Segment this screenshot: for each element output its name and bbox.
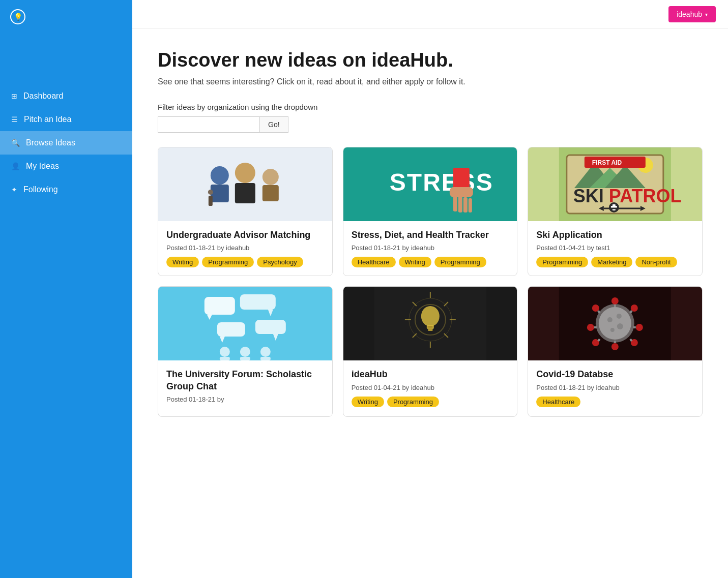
- card-title: ideaHub: [352, 369, 509, 380]
- svg-rect-5: [263, 185, 279, 201]
- svg-rect-60: [427, 329, 432, 331]
- card-covid-database[interactable]: Covid-19 Databse Posted 01-18-21 by idea…: [528, 286, 703, 417]
- svg-rect-10: [453, 168, 469, 190]
- card-ideahub[interactable]: ideaHub Posted 01-04-21 by ideahub Writi…: [343, 286, 518, 417]
- card-meta: Posted 01-18-21 by ideahub: [352, 244, 509, 252]
- my-ideas-icon: 👤: [11, 162, 20, 170]
- svg-rect-44: [240, 357, 250, 360]
- card-advisor-matching[interactable]: Undergraduate Advisor Matching Posted 01…: [158, 147, 333, 276]
- card-body: The University Forum: Scholastic Group C…: [158, 360, 332, 416]
- svg-rect-39: [255, 320, 286, 334]
- card-body: Stress, Diet, and Health Tracker Posted …: [343, 221, 517, 276]
- page-content: Discover new ideas on ideaHub. See one t…: [132, 29, 728, 578]
- sidebar-item-label: My Ideas: [26, 162, 59, 171]
- user-menu-button[interactable]: ideahub ▾: [668, 6, 716, 22]
- svg-line-69: [630, 311, 632, 313]
- dashboard-icon: ⊞: [11, 92, 17, 100]
- svg-point-43: [240, 347, 250, 357]
- svg-rect-59: [426, 325, 433, 329]
- svg-point-82: [607, 317, 613, 322]
- sidebar-item-browse-ideas[interactable]: 🔍 Browse Ideas: [0, 131, 132, 155]
- sidebar: 💡 ⊞ Dashboard ☰ Pitch an Idea 🔍 Browse I…: [0, 0, 132, 578]
- logo-icon: 💡: [10, 9, 25, 24]
- filter-label: Filter ideas by organization using the d…: [158, 103, 703, 111]
- card-stress-tracker[interactable]: STRESS Stress, Diet, and Health Tracker …: [343, 147, 518, 276]
- svg-line-81: [598, 311, 600, 313]
- card-body: ideaHub Posted 01-04-21 by ideahub Writi…: [343, 360, 517, 415]
- main-content: ideahub ▾ Discover new ideas on ideaHub.…: [132, 0, 728, 578]
- filter-go-button[interactable]: Go!: [259, 116, 288, 133]
- svg-rect-42: [220, 357, 230, 360]
- topbar: ideahub ▾: [132, 0, 728, 29]
- tag: Programming: [202, 257, 254, 267]
- tag: Programming: [434, 257, 486, 267]
- card-tags: ProgrammingMarketingNon-profit: [536, 257, 694, 267]
- svg-rect-33: [205, 297, 235, 315]
- svg-point-85: [617, 314, 622, 319]
- tag: Healthcare: [536, 397, 580, 407]
- tag: Marketing: [591, 257, 632, 267]
- svg-rect-3: [235, 183, 255, 203]
- svg-text:FIRST AID: FIRST AID: [592, 159, 622, 166]
- filter-input[interactable]: [158, 116, 259, 133]
- tag: Non-profit: [635, 257, 677, 267]
- sidebar-item-label: Browse Ideas: [26, 138, 75, 147]
- card-ski-application[interactable]: FIRST AID SKI PATROL Ski Application Pos…: [528, 147, 703, 276]
- svg-rect-12: [453, 196, 457, 211]
- card-title: Stress, Diet, and Health Tracker: [352, 229, 509, 241]
- card-tags: WritingProgramming: [352, 397, 509, 407]
- page-title: Discover new ideas on ideaHub.: [158, 49, 703, 71]
- svg-line-73: [630, 339, 632, 341]
- following-icon: ✦: [11, 186, 17, 194]
- svg-point-65: [599, 307, 631, 340]
- tag: Healthcare: [352, 257, 396, 267]
- svg-rect-15: [468, 198, 472, 212]
- tag: Psychology: [257, 257, 303, 267]
- card-meta: Posted 01-18-21 by: [166, 396, 324, 403]
- svg-point-4: [263, 169, 279, 185]
- svg-point-58: [421, 306, 439, 326]
- page-subtitle: See one that seems interesting? Click on…: [158, 77, 703, 86]
- svg-point-80: [592, 305, 599, 312]
- sidebar-item-dashboard[interactable]: ⊞ Dashboard: [0, 84, 132, 108]
- svg-point-78: [587, 324, 594, 331]
- svg-point-66: [611, 297, 619, 305]
- pitch-icon: ☰: [11, 115, 18, 124]
- card-tags: HealthcareWritingProgramming: [352, 257, 509, 267]
- svg-point-83: [617, 323, 623, 329]
- card-university-forum[interactable]: The University Forum: Scholastic Group C…: [158, 286, 333, 417]
- browse-icon: 🔍: [11, 139, 20, 147]
- card-title: Ski Application: [536, 229, 694, 241]
- sidebar-item-label: Dashboard: [23, 92, 63, 101]
- card-meta: Posted 01-18-21 by ideahub: [166, 244, 324, 252]
- tag: Writing: [399, 257, 431, 267]
- svg-text:SKI: SKI: [573, 186, 604, 206]
- svg-rect-11: [449, 187, 473, 197]
- card-tags: WritingProgrammingPsychology: [166, 257, 324, 267]
- svg-point-84: [610, 328, 615, 332]
- svg-line-77: [598, 339, 600, 341]
- tag: Writing: [352, 397, 384, 407]
- svg-rect-35: [240, 294, 276, 310]
- tag: Programming: [536, 257, 588, 267]
- user-menu-label: ideahub: [677, 10, 702, 18]
- card-body: Ski Application Posted 01-04-21 by test1…: [528, 221, 702, 276]
- card-body: Covid-19 Databse Posted 01-18-21 by idea…: [528, 360, 702, 415]
- card-meta: Posted 01-04-21 by ideahub: [352, 384, 509, 391]
- filter-row: Go!: [158, 116, 703, 133]
- svg-rect-6: [209, 196, 213, 206]
- svg-text:STRESS: STRESS: [389, 169, 493, 196]
- svg-point-0: [211, 166, 229, 185]
- card-tags: Healthcare: [536, 397, 694, 407]
- svg-point-70: [636, 324, 643, 331]
- filter-section: Filter ideas by organization using the d…: [158, 103, 703, 133]
- sidebar-item-my-ideas[interactable]: 👤 My Ideas: [0, 155, 132, 178]
- card-title: The University Forum: Scholastic Group C…: [166, 369, 324, 392]
- svg-point-7: [208, 190, 213, 195]
- sidebar-item-following[interactable]: ✦ Following: [0, 178, 132, 201]
- tag: Programming: [387, 397, 439, 407]
- sidebar-logo: 💡: [0, 0, 132, 34]
- svg-point-2: [235, 163, 255, 183]
- sidebar-item-pitch-idea[interactable]: ☰ Pitch an Idea: [0, 108, 132, 131]
- svg-rect-46: [260, 357, 271, 360]
